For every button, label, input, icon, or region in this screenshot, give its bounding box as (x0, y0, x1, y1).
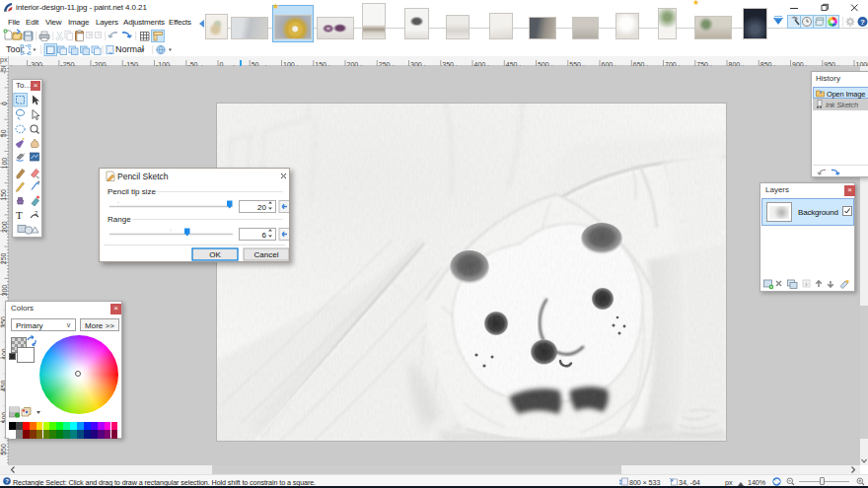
svg-text:100: 100 (1, 158, 8, 170)
svg-text:20: 20 (257, 203, 266, 212)
svg-text:Range: Range (108, 215, 131, 224)
svg-text:-50: -50 (1, 66, 8, 74)
svg-text:550: 550 (1, 444, 8, 455)
svg-text:200: 200 (1, 221, 8, 233)
svg-text:300: 300 (1, 285, 8, 297)
svg-text:?: ? (860, 18, 865, 27)
svg-text:50: 50 (1, 129, 8, 137)
svg-text:Normal: Normal (115, 44, 144, 54)
svg-text:OK: OK (209, 250, 221, 259)
svg-text:2: 2 (35, 210, 38, 216)
svg-text:6: 6 (262, 231, 267, 240)
svg-text:Pencil tip size: Pencil tip size (108, 187, 156, 196)
svg-text:250: 250 (1, 252, 8, 264)
svg-text:Cancel: Cancel (254, 250, 279, 259)
svg-text:Pencil Sketch: Pencil Sketch (117, 172, 169, 181)
svg-text:150: 150 (1, 189, 8, 201)
svg-text:T: T (16, 209, 23, 221)
svg-text:0: 0 (1, 102, 8, 105)
svg-text:?: ? (5, 478, 9, 484)
